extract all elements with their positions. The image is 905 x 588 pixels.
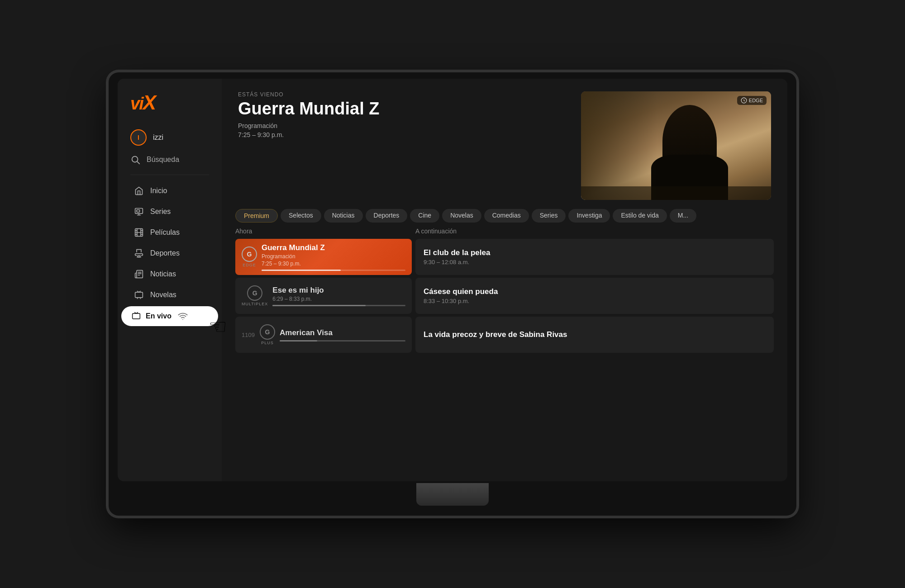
tv-frame: viX I izzi Búsqueda	[109, 72, 796, 516]
time-range: 7:25 – 9:30 p.m.	[238, 131, 379, 138]
progress-bar-1	[262, 270, 405, 271]
next-program-2: Cásese quien pueda 8:33 – 10:30 p.m.	[424, 287, 498, 304]
nav-label-peliculas: Películas	[150, 228, 180, 237]
sidebar-item-deportes[interactable]: Deportes	[121, 243, 218, 263]
screen-content: viX I izzi Búsqueda	[118, 79, 787, 481]
tab-mas[interactable]: M...	[670, 209, 696, 223]
tab-comedias[interactable]: Comedias	[484, 209, 529, 223]
nav-label-series: Series	[150, 208, 171, 216]
tv-screen: viX I izzi Búsqueda	[118, 79, 787, 481]
search-item[interactable]: Búsqueda	[118, 150, 222, 169]
tab-series[interactable]: Series	[532, 209, 566, 223]
tab-investiga[interactable]: Investiga	[568, 209, 610, 223]
sidebar-divider	[130, 175, 209, 175]
channel-cell-2[interactable]: G MULTIPLEX Ese es mi hijo 6:29 – 8:33 p…	[235, 278, 412, 314]
next-program-3: La vida precoz y breve de Sabina Rivas	[424, 330, 567, 339]
svg-rect-19	[135, 292, 143, 298]
tab-deportes[interactable]: Deportes	[366, 209, 408, 223]
home-icon	[134, 186, 144, 196]
guide-header-row: Ahora A continuación	[235, 227, 774, 239]
progress-bar-2	[272, 305, 405, 306]
progress-bar-3	[280, 340, 405, 341]
avatar: I	[130, 129, 147, 146]
channel-logo-edge: G EDGE	[242, 247, 257, 267]
movie-title: Guerra Mundial Z	[238, 100, 379, 119]
tv-icon	[134, 290, 144, 300]
next-cell-3[interactable]: La vida precoz y breve de Sabina Rivas	[415, 317, 774, 353]
header-area: ESTÁS VIENDO Guerra Mundial Z Programaci…	[222, 79, 787, 209]
category-tabs: Premium Selectos Noticias Deportes Cine …	[222, 209, 787, 223]
tab-novelas[interactable]: Novelas	[442, 209, 481, 223]
now-watching: ESTÁS VIENDO Guerra Mundial Z Programaci…	[238, 91, 379, 138]
next-cell-2[interactable]: Cásese quien pueda 8:33 – 10:30 p.m.	[415, 278, 774, 314]
estas-viendo-label: ESTÁS VIENDO	[238, 91, 379, 98]
series-icon	[134, 207, 144, 217]
tab-estilo-de-vida[interactable]: Estilo de vida	[613, 209, 667, 223]
svg-rect-2	[135, 209, 143, 214]
channel-logo-plus: G PLUS	[260, 324, 275, 345]
preview-thumbnail: EDGE	[581, 91, 771, 200]
program-now-1: Guerra Mundial Z Programación 7:25 – 9:3…	[262, 243, 405, 271]
program-now-3: American Visa	[280, 328, 405, 341]
channel-cell-1[interactable]: G EDGE Guerra Mundial Z Programación 7:2…	[235, 239, 412, 275]
sidebar-item-noticias[interactable]: Noticias	[121, 264, 218, 284]
sidebar-item-series[interactable]: Series	[121, 202, 218, 222]
tv-stand	[416, 483, 489, 506]
search-label: Búsqueda	[147, 156, 179, 164]
user-item[interactable]: I izzi	[118, 125, 222, 150]
tab-noticias[interactable]: Noticias	[324, 209, 363, 223]
channel-logo-multiplex: G MULTIPLEX	[242, 285, 268, 306]
tab-premium[interactable]: Premium	[235, 209, 278, 223]
svg-rect-3	[137, 210, 140, 212]
search-icon	[130, 155, 140, 165]
channel-cell-3[interactable]: 1109 G PLUS American Visa	[235, 317, 412, 353]
main-content: ESTÁS VIENDO Guerra Mundial Z Programaci…	[222, 79, 787, 481]
guide-header-next: A continuación	[415, 227, 774, 235]
edge-badge: EDGE	[737, 96, 767, 105]
program-now-2: Ese es mi hijo 6:29 – 8:33 p.m.	[272, 286, 405, 306]
guide-row-1: G EDGE Guerra Mundial Z Programación 7:2…	[235, 239, 774, 275]
nav-label-novelas: Novelas	[150, 291, 176, 299]
svg-line-1	[138, 162, 140, 164]
live-tv-icon	[131, 311, 141, 321]
sidebar-item-peliculas[interactable]: Películas	[121, 223, 218, 242]
thumbnail-image	[581, 91, 771, 200]
nav-label-inicio: Inicio	[150, 187, 167, 195]
nav-label-deportes: Deportes	[150, 249, 180, 257]
next-program-1: El club de la pelea 9:30 – 12:08 a.m.	[424, 248, 490, 266]
programacion-label: Programación	[238, 122, 379, 129]
svg-point-0	[132, 156, 138, 162]
user-name: izzi	[153, 133, 163, 142]
vix-logo-text: viX	[130, 91, 155, 114]
film-icon	[134, 228, 144, 237]
guide-row-3: 1109 G PLUS American Visa	[235, 317, 774, 353]
tab-cine[interactable]: Cine	[410, 209, 439, 223]
nav-label-noticias: Noticias	[150, 270, 176, 278]
svg-rect-22	[133, 313, 140, 319]
nav-label-envivo: En vivo	[146, 312, 171, 320]
live-signal-icon	[178, 311, 188, 321]
sidebar: viX I izzi Búsqueda	[118, 79, 222, 481]
tab-selectos[interactable]: Selectos	[281, 209, 321, 223]
vix-logo: viX	[118, 91, 222, 114]
guide-row-2: G MULTIPLEX Ese es mi hijo 6:29 – 8:33 p…	[235, 278, 774, 314]
sidebar-item-novelas[interactable]: Novelas	[121, 285, 218, 305]
sidebar-item-envivo[interactable]: En vivo ☞	[121, 306, 218, 326]
news-icon	[134, 269, 144, 279]
trophy-icon	[134, 248, 144, 258]
next-cell-1[interactable]: El club de la pelea 9:30 – 12:08 a.m.	[415, 239, 774, 275]
guide-header-now: Ahora	[235, 227, 412, 235]
guide-area: Ahora A continuación G EDGE	[222, 227, 787, 481]
sidebar-item-inicio[interactable]: Inicio	[121, 181, 218, 201]
edge-badge-label: EDGE	[749, 98, 763, 103]
